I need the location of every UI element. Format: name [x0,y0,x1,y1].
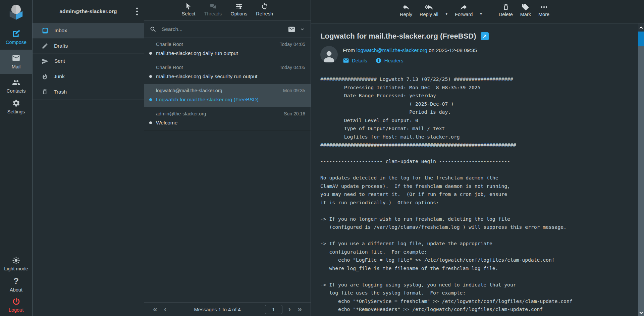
folder-label: Inbox [54,28,67,34]
folder-label: Drafts [54,43,68,49]
folder-label: Trash [54,89,67,95]
message-row[interactable]: Charlie Root Today 04:05 mail.the-slacke… [144,38,311,61]
forward-caret-icon[interactable]: ▾ [480,12,482,23]
ellipsis-icon [540,3,548,11]
sun-icon [0,256,32,264]
reply-label: Reply [400,12,412,17]
unread-dot [149,98,152,101]
message-date: Today 04:05 [280,42,305,47]
contacts-icon [0,78,32,87]
message-row[interactable]: admin@the-slacker.org Sun 20:16 Welcome [144,107,311,130]
threads-label: Threads [204,11,222,16]
message-date: Mon 09:35 [283,88,305,93]
task-sidebar: Compose Mail Contacts Settings [0,0,33,316]
search-scope-selector[interactable] [288,25,305,33]
folder-actions-menu-icon[interactable] [135,6,139,17]
paper-plane-icon [42,58,49,65]
sender-email-link[interactable]: logwatch@mail.the-slacker.org [356,47,427,53]
folder-drafts[interactable]: Drafts [33,39,144,54]
details-link[interactable]: Details [343,57,367,64]
delete-button[interactable]: Delete [499,3,513,23]
scroll-up-button[interactable] [638,23,644,32]
tag-icon [522,3,529,11]
page-number-input[interactable]: 1 [265,305,282,314]
message-date: Sun 20:16 [284,111,305,116]
folders-empty-area [33,100,144,316]
open-in-new-window-button[interactable] [481,32,489,40]
refresh-button[interactable]: Refresh [256,2,273,20]
threads-button[interactable]: Threads [204,2,222,20]
inbox-icon [42,27,49,34]
last-page-button[interactable]: » [294,306,305,313]
scroll-down-button[interactable] [638,311,644,315]
compose-label: Compose [6,40,26,45]
search-bar [144,21,311,38]
nav-mail[interactable]: Mail [0,50,32,74]
account-header: admin@the-slacker.org [33,0,144,23]
gear-icon [0,99,32,107]
light-mode-button[interactable]: Light mode [0,256,32,271]
message-subject: Welcome [156,120,177,125]
reply-all-button[interactable]: Reply all [420,3,438,23]
message-sender: logwatch@mail.the-slacker.org [156,88,222,93]
message-list: Charlie Root Today 04:05 mail.the-slacke… [144,38,311,302]
message-content: Logwatch for mail.the-slacker.org (FreeB… [311,23,638,316]
sidebar-bottom: Light mode ? About Logout [0,256,32,316]
folder-trash[interactable]: Trash [33,84,144,100]
contacts-label: Contacts [6,88,25,94]
mark-button[interactable]: Mark [520,3,531,23]
scrollbar-thumb[interactable] [638,32,644,46]
more-button[interactable]: More [538,3,549,23]
folder-label: Sent [54,58,65,64]
folder-junk[interactable]: Junk [33,69,144,85]
more-label: More [538,12,549,17]
reply-all-caret-icon[interactable]: ▾ [446,12,448,23]
message-list-column: Select Threads Options Refresh [144,0,311,316]
info-icon [375,57,382,64]
nav-settings[interactable]: Settings [0,99,32,114]
about-button[interactable]: ? About [0,277,32,293]
unread-dot [149,121,152,124]
roundcube-logo-icon[interactable] [7,2,25,22]
chevron-up-icon [639,26,643,29]
trash-icon [42,88,48,95]
power-icon [0,297,32,306]
options-label: Options [230,11,247,16]
person-icon [322,49,336,63]
folder-label: Junk [54,73,65,80]
select-label: Select [182,11,195,16]
next-page-button[interactable]: › [285,306,294,313]
scrollbar [638,0,644,316]
folder-inbox[interactable]: Inbox [33,23,144,39]
logout-button[interactable]: Logout [0,297,32,313]
prev-page-button[interactable]: ‹ [161,306,170,313]
message-row[interactable]: Charlie Root Today 04:05 mail.the-slacke… [144,61,311,84]
mark-label: Mark [520,12,531,17]
headers-link[interactable]: Headers [375,57,404,64]
options-button[interactable]: Options [230,2,247,20]
message-title: Logwatch for mail.the-slacker.org (FreeB… [320,32,476,41]
envelope-icon [343,57,349,64]
search-input[interactable] [161,26,283,33]
first-page-button[interactable]: « [150,306,161,313]
chevron-down-icon [300,27,305,32]
message-row-selected[interactable]: logwatch@mail.the-slacker.org Mon 09:35 … [144,84,311,107]
unread-dot [149,75,152,78]
webmail-app: Compose Mail Contacts Settings [0,0,644,316]
nav-contacts[interactable]: Contacts [0,78,32,94]
reply-icon [402,3,410,11]
folder-sent[interactable]: Sent [33,54,144,69]
forward-icon [460,3,468,11]
chat-bubbles-icon [209,2,217,10]
reply-button[interactable]: Reply [400,3,412,23]
from-label: From [343,47,355,53]
cursor-icon [184,2,193,10]
mail-label: Mail [12,64,21,69]
compose-button[interactable]: Compose [0,29,32,45]
unread-dot [149,52,152,55]
scrollbar-track[interactable] [638,46,644,316]
message-sender: admin@the-slacker.org [156,111,206,116]
pencil-icon [42,43,48,49]
forward-button[interactable]: Forward [455,3,473,23]
select-button[interactable]: Select [182,2,195,20]
